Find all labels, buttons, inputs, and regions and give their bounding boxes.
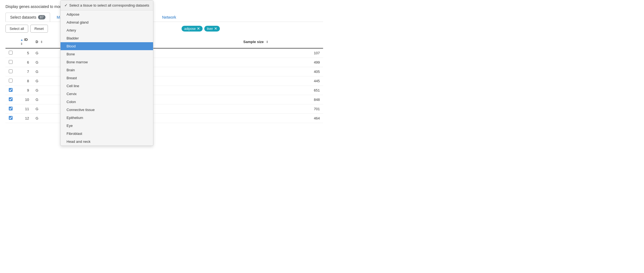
cell-sample-size: 701	[240, 104, 323, 114]
table-row: 12GGSE25935464	[5, 114, 323, 123]
dropdown-item-colon[interactable]: Colon	[61, 98, 153, 106]
sort-icon-d[interactable]: ⇕	[40, 40, 43, 44]
cell-id: 9	[16, 86, 32, 95]
dropdown-items-list: AdiposeAdrenal glandArteryBladderBloodBo…	[61, 10, 153, 127]
row-checkbox[interactable]	[9, 107, 13, 110]
cell-id: 10	[16, 95, 32, 104]
table-row: 5GGSE22253107	[5, 48, 323, 58]
table-row: 11GGSE24297701	[5, 104, 323, 114]
cell-id: 7	[16, 67, 32, 76]
dropdown-item-adrenal-gland[interactable]: Adrenal gland	[61, 18, 153, 26]
dropdown-item-epithelium[interactable]: Epithelium	[61, 114, 153, 122]
col-checkbox	[5, 35, 16, 48]
row-checkbox[interactable]	[9, 69, 13, 73]
cell-id: 6	[16, 58, 32, 67]
cell-sample-size: 499	[240, 58, 323, 67]
dropdown-item-eye[interactable]: Eye	[61, 122, 153, 127]
dropdown-item-bladder[interactable]: Bladder	[61, 34, 153, 42]
dropdown-item-brain[interactable]: Brain	[61, 66, 153, 74]
sort-icon-id[interactable]: ⇕	[20, 42, 23, 46]
tab-network[interactable]: Network	[158, 13, 180, 22]
sort-icon-sample[interactable]: ⇕	[266, 40, 268, 44]
tag-liver-label: liver	[207, 27, 213, 31]
cell-sample-size: 464	[240, 114, 323, 123]
cell-id: 5	[16, 48, 32, 58]
dropdown-item-bone-marrow[interactable]: Bone marrow	[61, 58, 153, 66]
cell-sample-size: 445	[240, 76, 323, 86]
tab-select-datasets[interactable]: Select datasets 87	[5, 13, 50, 22]
cell-sample-size: 651	[240, 86, 323, 95]
select-all-button[interactable]: Select all	[5, 25, 28, 33]
tissue-dropdown: ✓ Select a tissue to select all correspo…	[60, 0, 153, 127]
table-row: 6GGSE23352499	[5, 58, 323, 67]
cell-sample-size: 405	[240, 67, 323, 76]
datasets-label: Select datasets	[10, 15, 36, 19]
col-sample-size: Sample size ⇕	[240, 35, 323, 48]
row-checkbox[interactable]	[9, 116, 13, 120]
table-row: 10GGSE24294848	[5, 95, 323, 104]
tag-liver-close[interactable]: ✕	[214, 27, 217, 31]
dropdown-item-cell-line[interactable]: Cell line	[61, 82, 153, 90]
dropdown-item-bone[interactable]: Bone	[61, 50, 153, 58]
page-title: Display genes associated to module R-HSA…	[5, 4, 323, 9]
cell-sample-size: 107	[240, 48, 323, 58]
dropdown-item-blood[interactable]: Blood	[61, 42, 153, 50]
controls-row: Select all Reset ✓ Select a tissue to se…	[5, 22, 323, 35]
table-row: 7GGSE23529405	[5, 67, 323, 76]
row-checkbox[interactable]	[9, 97, 13, 101]
dropdown-item-adipose[interactable]: Adipose	[61, 10, 153, 18]
datasets-count-badge: 87	[38, 15, 45, 19]
dropdown-item-breast[interactable]: Breast	[61, 74, 153, 82]
table-row: 9GGSE24293651	[5, 86, 323, 95]
checkmark-icon: ✓	[64, 3, 68, 7]
table-body: 5GGSE222531076GGSE233524997GGSE235294058…	[5, 48, 323, 123]
col-id: ▲ ID ⇕	[16, 35, 32, 48]
nav-tabs: Select datasets 87 Manhattan plot 68 gen…	[5, 13, 323, 22]
datasets-table: ▲ ID ⇕ D ⇕ Dataset identifier ⇕ Sample s…	[5, 35, 323, 123]
table-header-row: ▲ ID ⇕ D ⇕ Dataset identifier ⇕ Sample s…	[5, 35, 323, 48]
dropdown-header: ✓ Select a tissue to select all correspo…	[61, 0, 153, 10]
reset-button[interactable]: Reset	[30, 25, 48, 33]
cell-id: 8	[16, 76, 32, 86]
tag-adipose-label: adipose	[184, 27, 196, 31]
row-checkbox[interactable]	[9, 51, 13, 55]
tag-adipose-close[interactable]: ✕	[197, 27, 200, 31]
cell-id: 12	[16, 114, 32, 123]
cell-id: 11	[16, 104, 32, 114]
dropdown-item-artery[interactable]: Artery	[61, 26, 153, 34]
row-checkbox[interactable]	[9, 88, 13, 92]
dropdown-item-cervix[interactable]: Cervix	[61, 90, 153, 98]
tag-liver: liver ✕	[204, 26, 220, 32]
row-checkbox[interactable]	[9, 79, 13, 83]
sort-up-icon: ▲	[20, 38, 23, 41]
tag-adipose: adipose ✕	[182, 26, 203, 32]
title-prefix: Display genes associated to module	[5, 4, 68, 9]
tags-container: adipose ✕ liver ✕	[182, 26, 220, 32]
cell-sample-size: 848	[240, 95, 323, 104]
table-row: 8GGSE23545445	[5, 76, 323, 86]
row-checkbox[interactable]	[9, 60, 13, 64]
dropdown-item-connective-tissue[interactable]: Connective tissue	[61, 106, 153, 114]
